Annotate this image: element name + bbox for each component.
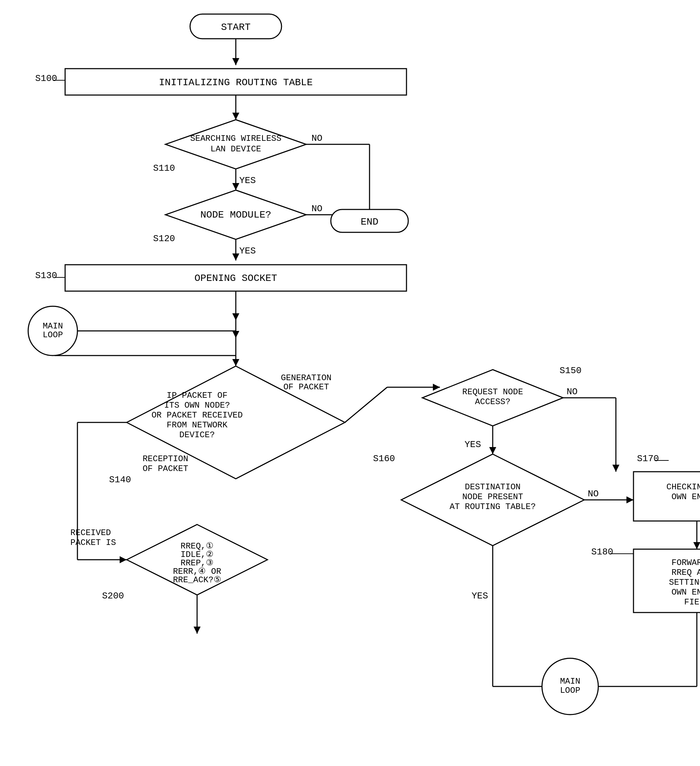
s200-text-line2: IDLE,② (180, 550, 213, 559)
main-loop-1-text-line1: MAIN (43, 321, 63, 331)
s150-text-line1: REQUEST NODE (463, 387, 523, 397)
s120-no-label: NO (311, 204, 322, 214)
s150-no-label: NO (567, 386, 578, 397)
s160-text-line1: DESTINATION (465, 482, 520, 492)
s200-label: S200 (102, 591, 124, 601)
s160-label: S160 (373, 453, 395, 464)
s140-text-line1: IP PACKET OF (167, 391, 228, 400)
main-loop-1-text-line2: LOOP (43, 330, 63, 340)
s140-text-line3: OR PACKET RECEIVED (151, 410, 242, 420)
s110-no-label: NO (311, 133, 322, 144)
s170-label: S170 (637, 453, 659, 464)
s150-text-line2: ACCESS? (475, 397, 510, 407)
s170-text-line2: OWN ENGERY (672, 492, 700, 502)
s140-text-line2: ITS OWN NODE? (164, 400, 230, 410)
s110-node-text-line1: SEARCHING WIRELESS (190, 134, 281, 143)
end-node-text: END (361, 217, 378, 227)
start-node-text: START (221, 22, 251, 33)
s180-text-line5: FIELD (684, 597, 700, 607)
generation-label-line1: GENERATION (281, 373, 332, 383)
s110-node-text-line2: LAN DEVICE (210, 144, 261, 154)
svg-rect-0 (0, 0, 700, 766)
s120-node-text: NODE MODULE? (200, 209, 271, 220)
s180-text-line1: FORWARDING (672, 558, 700, 567)
main-loop-2-text-line1: MAIN (560, 677, 580, 686)
s140-text-line4: FROM NETWORK (167, 420, 228, 430)
main-loop-2-text-line2: LOOP (560, 686, 580, 695)
s110-yes-label: YES (239, 175, 256, 186)
s100-node-text: INITIALIZING ROUTING TABLE (159, 77, 313, 88)
s150-yes-label: YES (465, 439, 481, 450)
s180-label: S180 (591, 547, 613, 557)
s180-text-line3: SETTING ITS (669, 578, 700, 587)
s120-yes-label: YES (239, 246, 256, 256)
reception-label-line1: RECEPTION (142, 454, 188, 464)
s180-text-line4: OWN ENERGY (672, 587, 700, 597)
s200-text-line3: RREP,③ (180, 558, 213, 568)
s200-text-line1: RREQ,① (180, 541, 213, 551)
s160-no-label: NO (588, 489, 599, 499)
s150-label: S150 (559, 366, 581, 376)
s170-text-line1: CHECKING ITS (667, 482, 700, 492)
s100-label: S100 (35, 73, 57, 84)
reception-label-line2: OF PACKET (142, 464, 188, 473)
s160-text-line3: AT ROUTING TABLE? (450, 502, 536, 511)
s140-label: S140 (109, 475, 131, 485)
received-packet-is-line1: RECEIVED (70, 528, 111, 538)
s180-text-line2: RREQ AFTER (672, 568, 700, 577)
s160-text-line2: NODE PRESENT (463, 492, 523, 502)
generation-label-line2: OF PACKET (283, 382, 329, 392)
s200-text-line5: RRE_ACK?⑤ (173, 575, 221, 585)
s120-label: S120 (153, 233, 175, 244)
s160-yes-label: YES (472, 591, 488, 601)
s200-text-line4: RERR,④ OR (173, 567, 221, 576)
s130-label: S130 (35, 271, 57, 281)
s110-label: S110 (153, 163, 175, 174)
s130-node-text: OPENING SOCKET (194, 273, 277, 284)
s140-text-line5: DEVICE? (180, 430, 215, 440)
